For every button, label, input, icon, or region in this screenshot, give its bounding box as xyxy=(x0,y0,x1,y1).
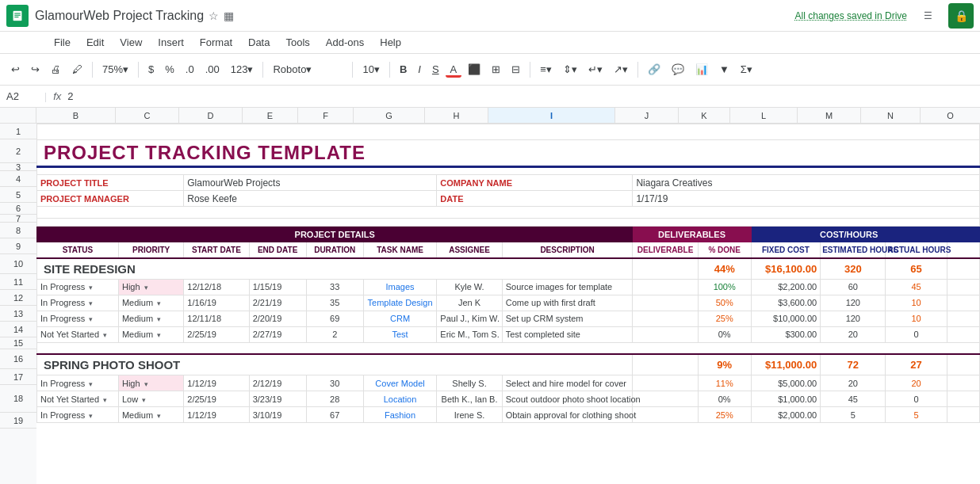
paint-format-button[interactable]: 🖊 xyxy=(67,61,87,78)
status-dropdown-13[interactable]: ▾ xyxy=(89,315,93,323)
col-header-i[interactable]: I xyxy=(488,108,615,123)
wrap-button[interactable]: ↵▾ xyxy=(584,61,607,78)
format-more[interactable]: 123▾ xyxy=(226,61,258,78)
row-7[interactable]: 7 xyxy=(0,215,36,223)
star-icon[interactable]: ☆ xyxy=(209,10,219,22)
row-1[interactable]: 1 xyxy=(0,124,36,139)
esthrs-13: 120 xyxy=(821,311,886,326)
col-header-h[interactable]: H xyxy=(425,108,488,123)
row-2[interactable]: 2 xyxy=(0,139,36,163)
bold-button[interactable]: B xyxy=(395,61,412,78)
link-button[interactable]: 🔗 xyxy=(643,61,665,78)
status-dropdown-12[interactable]: ▾ xyxy=(89,299,93,307)
col-header-l[interactable]: L xyxy=(730,108,798,123)
deliv-18 xyxy=(633,391,698,407)
menu-format[interactable]: Format xyxy=(193,35,239,50)
row-16[interactable]: 16 xyxy=(0,349,36,369)
text-color-button[interactable]: A xyxy=(446,61,462,78)
filter-button[interactable]: ▼ xyxy=(714,61,734,78)
row-13[interactable]: 13 xyxy=(0,306,36,322)
comments-icon[interactable]: ☰ xyxy=(915,3,940,29)
redo-button[interactable]: ↪ xyxy=(26,61,44,78)
menu-view[interactable]: View xyxy=(113,35,148,50)
status-dropdown-11[interactable]: ▾ xyxy=(89,284,93,292)
rotate-button[interactable]: ↗▾ xyxy=(609,61,633,78)
priority-dropdown-11[interactable]: ▾ xyxy=(144,284,148,292)
align-button[interactable]: ≡▾ xyxy=(535,61,557,78)
priority-dropdown-13[interactable]: ▾ xyxy=(157,315,161,323)
col-header-j[interactable]: J xyxy=(615,108,679,123)
decimal-up[interactable]: .00 xyxy=(201,61,224,78)
col-header-o[interactable]: O xyxy=(921,108,980,123)
percent-button[interactable]: % xyxy=(160,61,179,78)
priority-dropdown-14[interactable]: ▾ xyxy=(157,331,161,339)
formula-input[interactable]: 2 xyxy=(67,90,974,102)
col-header-m[interactable]: M xyxy=(798,108,861,123)
row-10[interactable]: 10 xyxy=(0,254,36,274)
print-button[interactable]: 🖨 xyxy=(46,61,66,78)
row-19[interactable]: 19 xyxy=(0,413,36,429)
priority-dropdown-12[interactable]: ▾ xyxy=(157,299,161,307)
menu-file[interactable]: File xyxy=(48,35,77,50)
task-19: Fashion xyxy=(363,407,437,423)
borders-button[interactable]: ⊞ xyxy=(487,61,505,78)
zoom-select[interactable]: 75% ▾ xyxy=(98,61,133,78)
desc-14: Test completed site xyxy=(502,326,633,342)
col-header-b[interactable]: B xyxy=(36,108,116,123)
row-7 xyxy=(37,219,980,227)
row-4[interactable]: 4 xyxy=(0,171,36,187)
col-header-d[interactable]: D xyxy=(179,108,243,123)
status-dropdown-14[interactable]: ▾ xyxy=(103,331,107,339)
comment-button[interactable]: 💬 xyxy=(667,61,689,78)
valign-button[interactable]: ⇕▾ xyxy=(558,61,582,78)
currency-button[interactable]: $ xyxy=(144,61,159,78)
col-header-e[interactable]: E xyxy=(243,108,298,123)
merge-button[interactable]: ⊟ xyxy=(507,61,525,78)
priority-dropdown-18[interactable]: ▾ xyxy=(142,396,146,404)
divider1 xyxy=(92,62,93,78)
row-14[interactable]: 14 xyxy=(0,322,36,337)
col-header-k[interactable]: K xyxy=(679,108,730,123)
menu-edit[interactable]: Edit xyxy=(80,35,110,50)
strikethrough-button[interactable]: S xyxy=(427,61,444,78)
row-5[interactable]: 5 xyxy=(0,187,36,203)
col-header-n[interactable]: N xyxy=(861,108,921,123)
decimal-down[interactable]: .0 xyxy=(181,61,199,78)
col-header-f[interactable]: F xyxy=(298,108,354,123)
font-select[interactable]: Roboto ▾ xyxy=(268,61,347,78)
row-8[interactable]: 8 xyxy=(0,223,36,238)
row-15[interactable]: 15 xyxy=(0,337,36,349)
row-18[interactable]: 18 xyxy=(0,385,36,413)
row-3[interactable]: 3 xyxy=(0,163,36,171)
col-header-g[interactable]: G xyxy=(354,108,425,123)
menu-data[interactable]: Data xyxy=(242,35,276,50)
row-12[interactable]: 12 xyxy=(0,290,36,306)
menu-help[interactable]: Help xyxy=(373,35,408,50)
menu-tools[interactable]: Tools xyxy=(279,35,316,50)
row-17[interactable]: 17 xyxy=(0,369,36,385)
site-redesign-actualhours: 65 xyxy=(886,258,947,280)
function-button[interactable]: Σ▾ xyxy=(736,61,757,78)
share-button[interactable]: 🔒 xyxy=(948,3,974,29)
status-dropdown-17[interactable]: ▾ xyxy=(89,380,93,388)
row-9[interactable]: 9 xyxy=(0,238,36,254)
menu-insert[interactable]: Insert xyxy=(151,35,190,50)
status-dropdown-19[interactable]: ▾ xyxy=(89,412,93,420)
italic-button[interactable]: I xyxy=(413,61,426,78)
font-size[interactable]: 10 ▾ xyxy=(358,61,384,78)
priority-dropdown-19[interactable]: ▾ xyxy=(157,412,161,420)
divider6 xyxy=(530,62,530,78)
section-spring-photo: SPRING PHOTO SHOOT 9% $11,000.00 72 27 xyxy=(37,354,980,375)
row-11[interactable]: 11 xyxy=(0,274,36,290)
status-dropdown-18[interactable]: ▾ xyxy=(103,396,107,404)
priority-17: High ▾ xyxy=(118,375,183,391)
undo-button[interactable]: ↩ xyxy=(6,61,25,78)
priority-dropdown-17[interactable]: ▾ xyxy=(144,380,148,388)
fill-color-button[interactable]: ⬛ xyxy=(463,61,485,78)
cell-reference[interactable]: A2 xyxy=(6,90,38,102)
chart-button[interactable]: 📊 xyxy=(691,61,713,78)
menu-addons[interactable]: Add-ons xyxy=(320,35,370,50)
doc-title[interactable]: GlamourWeb Project Tracking xyxy=(35,9,204,23)
col-header-c[interactable]: C xyxy=(116,108,179,123)
folder-icon[interactable]: ▦ xyxy=(224,10,234,22)
